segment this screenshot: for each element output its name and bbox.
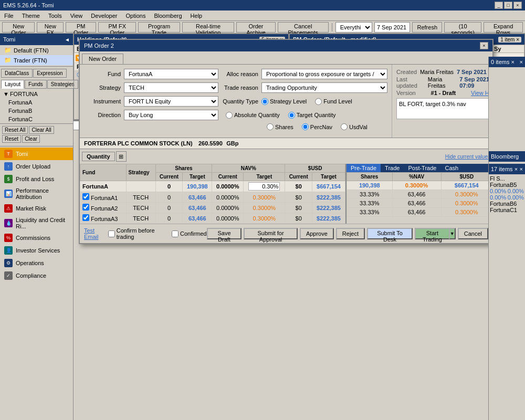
menu-help[interactable]: Help xyxy=(186,12,207,20)
nav-operations[interactable]: ⚙ Operations xyxy=(0,257,73,269)
tab-dataclass[interactable]: DataClass xyxy=(1,69,33,78)
qty-tab-quantity[interactable]: Quantity xyxy=(82,152,115,161)
tab-expression[interactable]: Expression xyxy=(33,69,66,78)
close-button[interactable]: × xyxy=(513,2,522,9)
menu-file[interactable]: File xyxy=(0,12,18,20)
start-trading-main-button[interactable]: Start Trading xyxy=(415,228,449,239)
abs-qty-radio[interactable]: Absolute Quantity xyxy=(226,112,280,119)
nav-market-risk[interactable]: ⚠ Market Risk xyxy=(0,202,73,215)
trade-reason-select[interactable]: Trading Opportunity xyxy=(261,82,387,93)
nav-commissions[interactable]: % Commissions xyxy=(0,232,73,244)
maximize-button[interactable]: □ xyxy=(504,2,512,9)
qty-type-label: Quantity Type xyxy=(222,98,258,104)
program-trade-button[interactable]: Program Trade xyxy=(138,22,180,33)
nav-compliance[interactable]: ✓ Compliance xyxy=(0,269,73,282)
usdval-radio[interactable]: UsdVal xyxy=(341,123,368,130)
realtime-validation-button[interactable]: Real-time Validation xyxy=(182,22,235,33)
minimize-button[interactable]: _ xyxy=(495,2,503,9)
pm-fx-order-button[interactable]: PM FX Order xyxy=(98,22,136,33)
test-email-link[interactable]: Test Email xyxy=(84,227,108,240)
tab-funds[interactable]: Funds xyxy=(25,80,47,89)
qty-row-fortunaa[interactable]: FortunaA 0 190,398 0.0000% $0 $667,154 xyxy=(80,181,345,192)
nav-performance[interactable]: 📊 Performance Attribution xyxy=(0,185,73,202)
shares-radio[interactable]: Shares xyxy=(267,123,293,130)
nav-tomi[interactable]: T Tomi xyxy=(0,148,73,160)
filter-dropdown[interactable]: Everything xyxy=(335,22,372,33)
qty-strategy-level[interactable]: Strategy Level xyxy=(261,98,307,105)
reset-all-button[interactable]: Reset All xyxy=(2,126,28,134)
sidebar-collapse-arrow[interactable]: ◄ xyxy=(65,37,70,43)
hide-current-values-link[interactable]: Hide current values xyxy=(445,154,490,160)
approve-button[interactable]: Approve xyxy=(300,228,334,239)
percnav-radio[interactable]: PercNav xyxy=(302,123,332,130)
pre-trade-tab[interactable]: Pre-Trade xyxy=(346,164,381,172)
alloc-reason-select[interactable]: Proportional to gross exposure or target… xyxy=(261,69,387,79)
qty-row-fortunaa2[interactable]: FortunaA2 TECH 0 63,466 0.0000% 0.3000% … xyxy=(80,203,345,213)
pre-nav-col: %NAV xyxy=(392,173,441,181)
save-draft-button[interactable]: Save Draft xyxy=(207,228,242,239)
tab-layout[interactable]: Layout xyxy=(1,80,24,89)
menu-tools[interactable]: Tools xyxy=(44,12,66,20)
pre-row-fortunaa3[interactable]: 33.33% 63,466 0.3000% xyxy=(347,208,492,217)
menu-developer[interactable]: Developer xyxy=(87,12,121,20)
menu-theme[interactable]: Theme xyxy=(18,12,44,20)
right-panel-2-close[interactable]: × xyxy=(520,166,523,172)
tree-item-fortunac[interactable]: FortunaC xyxy=(0,115,73,123)
pm-order-button[interactable]: PM Order xyxy=(66,22,96,33)
pre-row-fortunaa2[interactable]: 33.33% 63,466 0.3000% xyxy=(347,199,492,208)
clear-all-button[interactable]: Clear All xyxy=(29,126,54,134)
tree-root-fortuna[interactable]: ▼ FORTUNA xyxy=(0,90,73,98)
cancel-button[interactable]: Cancel xyxy=(458,228,488,239)
pre-row-fortunaa[interactable]: 190,398 0.3000% $667,154 xyxy=(347,181,492,190)
order-archive-button[interactable]: Order Archive xyxy=(236,22,275,33)
post-trade-tab[interactable]: Post-Trade xyxy=(404,164,440,172)
new-order-button[interactable]: New Order xyxy=(2,22,35,33)
sidebar-item-default-ftn[interactable]: 📁 Default (FTN) xyxy=(0,45,73,55)
reset-button[interactable]: Reset xyxy=(2,135,21,143)
nav-target-input-fortunaa[interactable] xyxy=(248,182,280,191)
qty-tab-icon[interactable]: ⊞ xyxy=(116,151,127,162)
checkbox-fortunaa1[interactable] xyxy=(82,193,89,200)
clear-button[interactable]: Clear xyxy=(22,135,40,143)
menu-view[interactable]: View xyxy=(66,12,87,20)
submit-approval-button[interactable]: Submit for Approval xyxy=(244,228,298,239)
cash-tab[interactable]: Cash xyxy=(440,164,463,172)
menu-bloomberg[interactable]: Bloomberg xyxy=(150,12,186,20)
nav-investor[interactable]: 👤 Investor Services xyxy=(0,244,73,257)
nav-profit-loss[interactable]: $ Profit and Loss xyxy=(0,173,73,185)
dialog-close-button[interactable]: × xyxy=(480,42,488,49)
right-panel-1-close[interactable]: × xyxy=(520,59,523,65)
target-qty-radio[interactable]: Target Quantity xyxy=(288,112,336,119)
refresh-interval-button[interactable]: (10 seconds) xyxy=(444,22,481,33)
pre-row-fortunaa1[interactable]: 33.33% 63,466 0.3000% xyxy=(347,190,492,199)
tree-item-fortunaa[interactable]: FortunaA xyxy=(0,98,73,107)
strategy-select[interactable]: TECH xyxy=(124,82,218,93)
fund-select[interactable]: FortunaA xyxy=(124,69,218,79)
nav-liquidity[interactable]: 💧 Liquidity and Credit Ri... xyxy=(0,215,73,232)
checkbox-fortunaa2[interactable] xyxy=(82,204,89,211)
start-trading-arrow-button[interactable]: ▼ xyxy=(449,228,456,239)
dialog-tab-new-order[interactable]: New Order xyxy=(82,54,123,64)
direction-select[interactable]: Buy Long xyxy=(124,110,218,120)
note-box[interactable]: BL FORT, target 0.3% nav xyxy=(396,98,503,119)
sidebar-item-trader-ftn[interactable]: 📁 Trader (FTN) xyxy=(0,55,73,65)
trade-tab[interactable]: Trade xyxy=(381,164,404,172)
nav-order-upload[interactable]: ↑ Order Upload xyxy=(0,160,73,173)
qty-row-fortunaa3[interactable]: FortunaA3 TECH 0 63,466 0.0000% 0.3000% … xyxy=(80,213,345,224)
test-email-text[interactable]: Test Email xyxy=(84,227,99,240)
checkbox-fortunaa3[interactable] xyxy=(82,214,89,221)
confirmed-check[interactable]: Confirmed xyxy=(172,230,207,237)
reject-button[interactable]: Reject xyxy=(336,228,365,239)
qty-row-fortunaa1[interactable]: FortunaA1 TECH 0 63,466 0.0000% 0.3000% … xyxy=(80,192,345,203)
refresh-button[interactable]: Refresh xyxy=(412,22,442,33)
date-input[interactable] xyxy=(374,22,411,33)
tree-item-fortunab[interactable]: FortunaB xyxy=(0,107,73,115)
cancel-placements-button[interactable]: Cancel Placements xyxy=(278,22,329,33)
confirm-before-trading-check[interactable]: Confirm before trading xyxy=(108,227,163,240)
qty-fund-level[interactable]: Fund Level xyxy=(315,98,352,105)
expand-rows-button[interactable]: Expand Rows xyxy=(484,22,523,33)
submit-desk-button[interactable]: Submit To Desk xyxy=(367,228,413,239)
instrument-select[interactable]: FORT LN Equity xyxy=(124,96,218,107)
new-fx-button[interactable]: New FX xyxy=(37,22,64,33)
menu-options[interactable]: Options xyxy=(121,12,150,20)
